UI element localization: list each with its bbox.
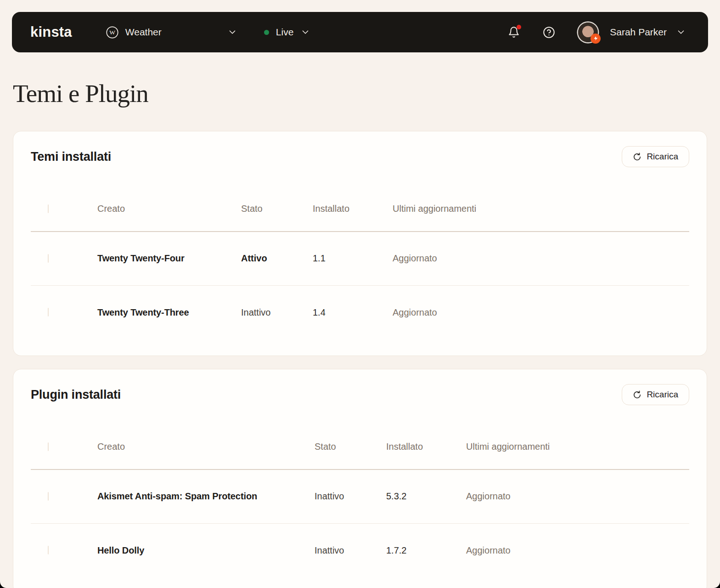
kinsta-logo[interactable]: kinsta (30, 24, 72, 40)
reload-button-label: Ricarica (647, 390, 678, 400)
plugin-updates: Aggiornato (466, 545, 689, 556)
notifications-bell-icon[interactable] (508, 26, 520, 38)
avatar[interactable] (578, 23, 598, 42)
themes-card: Temi installati Ricarica Creato Stato In… (13, 131, 707, 356)
page: kinsta W Weather Live (0, 0, 720, 588)
select-all-checkbox[interactable] (48, 442, 49, 451)
themes-table-header: Creato Stato Installato Ultimi aggiornam… (31, 187, 689, 231)
notification-dot (517, 25, 521, 29)
table-row: Hello Dolly Inattivo 1.7.2 Aggiornato (31, 524, 689, 577)
navbar-right: Sarah Parker (508, 23, 686, 42)
theme-updates: Aggiornato (393, 253, 689, 264)
plugin-version: 5.3.2 (386, 491, 466, 502)
column-header: Ultimi aggiornamenti (393, 204, 689, 214)
theme-name: Twenty Twenty-Four (97, 253, 241, 264)
row-checkbox[interactable] (48, 308, 49, 317)
wordpress-icon: W (106, 26, 118, 39)
chevron-down-icon (227, 27, 237, 37)
top-navbar: kinsta W Weather Live (12, 12, 708, 52)
plugin-name: Hello Dolly (97, 545, 315, 556)
column-header: Stato (241, 204, 313, 214)
row-checkbox[interactable] (48, 546, 49, 554)
themes-card-title: Temi installati (31, 150, 111, 164)
user-name[interactable]: Sarah Parker (610, 27, 667, 38)
theme-name: Twenty Twenty-Three (97, 307, 241, 318)
live-status-dot (264, 30, 269, 35)
chevron-down-icon (300, 27, 310, 37)
row-checkbox[interactable] (48, 492, 49, 501)
column-header: Installato (313, 204, 393, 214)
theme-status: Inattivo (241, 307, 313, 318)
kinsta-bolt-badge (591, 34, 601, 44)
column-header: Installato (386, 441, 466, 452)
column-header: Stato (315, 441, 386, 452)
environment-label: Live (276, 27, 294, 38)
theme-status: Attivo (241, 253, 313, 264)
column-header: Creato (97, 204, 241, 214)
plugins-table-header: Creato Stato Installato Ultimi aggiornam… (31, 424, 689, 469)
refresh-icon (633, 153, 641, 161)
chevron-down-icon[interactable] (676, 27, 686, 37)
page-title: Temi e Plugin (13, 79, 720, 108)
site-name: Weather (125, 27, 162, 38)
plugin-status: Inattivo (315, 491, 386, 502)
plugin-name: Akismet Anti-spam: Spam Protection (97, 491, 315, 502)
plugin-status: Inattivo (315, 545, 386, 556)
plugin-version: 1.7.2 (386, 545, 466, 556)
plugin-updates: Aggiornato (466, 491, 689, 502)
column-header: Creato (97, 441, 315, 452)
refresh-icon (633, 390, 641, 399)
theme-version: 1.4 (313, 307, 393, 318)
theme-updates: Aggiornato (393, 307, 689, 318)
reload-button-label: Ricarica (647, 152, 678, 162)
row-checkbox[interactable] (48, 254, 49, 263)
select-all-checkbox[interactable] (48, 204, 49, 213)
reload-themes-button[interactable]: Ricarica (622, 146, 689, 167)
help-icon[interactable] (543, 26, 555, 39)
column-header: Ultimi aggiornamenti (466, 441, 689, 452)
plugins-card: Plugin installati Ricarica Creato Stato … (13, 369, 707, 588)
environment-selector[interactable]: Live (264, 27, 311, 38)
table-row: Twenty Twenty-Three Inattivo 1.4 Aggiorn… (31, 286, 689, 339)
table-row: Twenty Twenty-Four Attivo 1.1 Aggiornato (31, 232, 689, 285)
svg-text:W: W (109, 29, 115, 36)
table-row: Akismet Anti-spam: Spam Protection Inatt… (31, 470, 689, 523)
theme-version: 1.1 (313, 253, 393, 264)
plugins-card-title: Plugin installati (31, 388, 121, 402)
reload-plugins-button[interactable]: Ricarica (622, 384, 689, 405)
site-selector[interactable]: W Weather (106, 26, 237, 39)
